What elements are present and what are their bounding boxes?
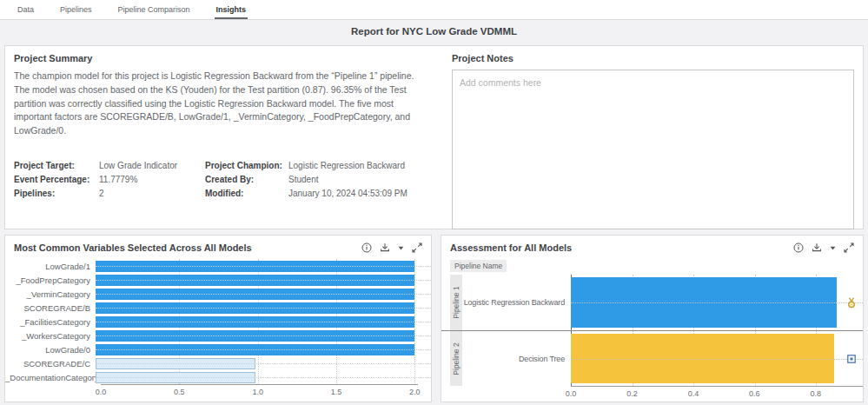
model-marker-icon bbox=[840, 331, 863, 386]
download-icon[interactable] bbox=[812, 242, 822, 253]
notes-input[interactable] bbox=[452, 70, 854, 229]
info-icon[interactable] bbox=[793, 242, 804, 253]
bar-track bbox=[96, 344, 418, 355]
x-tick-label: 0.2 bbox=[626, 389, 638, 398]
bar-track bbox=[96, 275, 418, 286]
variables-bar-row: _FoodPrepCategory bbox=[5, 273, 431, 287]
variables-chart-plot: LowGrade/1_FoodPrepCategory_VerminCatego… bbox=[5, 259, 431, 384]
expand-icon[interactable] bbox=[844, 242, 854, 253]
detail-label: Project Champion: bbox=[205, 161, 288, 170]
variables-bar-row: _FacilitiesCategory bbox=[5, 315, 431, 329]
detail-value: 2 bbox=[99, 189, 205, 198]
row-gridline bbox=[96, 308, 431, 309]
variables-chart-rows: LowGrade/1_FoodPrepCategory_VerminCatego… bbox=[5, 259, 431, 384]
detail-value: Low Grade Indicator bbox=[99, 161, 205, 170]
detail-value: Logistic Regression Backward bbox=[288, 161, 441, 170]
variables-bar-row: SCOREGRADE/C bbox=[5, 356, 431, 370]
assessment-chart-plot: Pipeline 1Logistic Regression BackwardPi… bbox=[441, 275, 863, 386]
champion-medal-icon bbox=[840, 275, 863, 330]
variables-bar-row: LowGrade/0 bbox=[5, 342, 431, 356]
x-tick-label: 2.0 bbox=[409, 388, 421, 396]
bar-track bbox=[96, 316, 418, 328]
row-gridline bbox=[96, 280, 431, 281]
assessment-row: Pipeline 2Decision Tree bbox=[441, 330, 863, 386]
category-label: _VerminCategory bbox=[5, 289, 96, 299]
expand-icon[interactable] bbox=[412, 242, 422, 253]
x-tick-label: 1.0 bbox=[252, 388, 263, 396]
row-gridline bbox=[571, 359, 863, 360]
variables-bar-row: _VerminCategory bbox=[5, 287, 431, 301]
project-notes-heading: Project Notes bbox=[452, 53, 854, 63]
report-title-bar: Report for NYC Low Grade VDMML bbox=[0, 20, 868, 43]
download-icon[interactable] bbox=[380, 242, 390, 253]
bar-track bbox=[96, 372, 418, 383]
variables-chart-toolbar bbox=[361, 242, 422, 253]
x-tick-label: 0.6 bbox=[749, 389, 760, 398]
content-area: Project Summary The champion model for t… bbox=[0, 43, 868, 402]
tab-data[interactable]: Data bbox=[16, 1, 36, 19]
bar-track bbox=[96, 302, 418, 314]
row-gridline bbox=[96, 377, 431, 378]
charts-row: Most Common Variables Selected Across Al… bbox=[4, 235, 864, 402]
pipeline-group-strip: Pipeline 1 bbox=[450, 275, 462, 330]
page-title: Report for NYC Low Grade VDMML bbox=[351, 26, 517, 37]
row-gridline bbox=[96, 266, 431, 267]
assessment-chart-rows: Pipeline 1Logistic Regression BackwardPi… bbox=[441, 275, 863, 386]
variables-chart-title: Most Common Variables Selected Across Al… bbox=[14, 242, 252, 253]
bar-track bbox=[96, 358, 418, 369]
variables-chart-panel: Most Common Variables Selected Across Al… bbox=[4, 235, 432, 402]
model-label: Decision Tree bbox=[462, 331, 571, 386]
row-gridline bbox=[96, 322, 431, 322]
category-label: _FoodPrepCategory bbox=[5, 276, 96, 285]
project-overview-card: Project Summary The champion model for t… bbox=[4, 45, 864, 229]
variables-chart-header: Most Common Variables Selected Across Al… bbox=[5, 236, 431, 256]
x-tick-label: 0.0 bbox=[566, 389, 577, 398]
category-label: _FacilitiesCategory bbox=[5, 317, 96, 327]
project-notes-section: Project Notes bbox=[441, 53, 854, 222]
x-tick-label: 0.4 bbox=[688, 389, 699, 398]
detail-value: 11.7779% bbox=[99, 175, 205, 184]
pipeline-group-label: Pipeline 2 bbox=[452, 342, 461, 375]
category-label: LowGrade/1 bbox=[5, 262, 96, 271]
bar-track bbox=[96, 289, 418, 300]
detail-label: Created By: bbox=[205, 175, 288, 184]
row-gridline bbox=[96, 294, 431, 295]
row-gridline bbox=[571, 302, 863, 303]
model-label: Logistic Regression Backward bbox=[462, 275, 571, 330]
detail-value: Student bbox=[288, 175, 441, 184]
top-tab-bar: DataPipelinesPipeline ComparisonInsights bbox=[0, 0, 868, 20]
detail-label: Modified: bbox=[205, 189, 288, 198]
pipeline-name-header: Pipeline Name bbox=[450, 260, 507, 272]
bar-track bbox=[96, 261, 418, 272]
assessment-row: Pipeline 1Logistic Regression Backward bbox=[441, 275, 863, 330]
category-label: _WorkersCategory bbox=[5, 331, 96, 341]
tab-pipeline-comparison[interactable]: Pipeline Comparison bbox=[116, 1, 192, 19]
project-summary-section: Project Summary The champion model for t… bbox=[14, 53, 441, 222]
variables-bar-row: SCOREGRADE/B bbox=[5, 301, 431, 315]
variables-bar-row: _DocumentationCategory bbox=[5, 370, 431, 384]
project-details-grid: Project Target:Low Grade IndicatorProjec… bbox=[14, 161, 441, 198]
download-caret-icon[interactable] bbox=[830, 246, 836, 250]
detail-label: Pipelines: bbox=[14, 189, 99, 198]
assessment-chart-toolbar bbox=[793, 242, 854, 253]
row-gridline bbox=[96, 349, 431, 350]
tab-pipelines[interactable]: Pipelines bbox=[58, 1, 94, 19]
assessment-chart-panel: Assessment for All Models Pip bbox=[441, 235, 864, 402]
project-summary-heading: Project Summary bbox=[14, 53, 441, 63]
pipeline-group-label: Pipeline 1 bbox=[452, 286, 461, 318]
x-tick-label: 0.0 bbox=[96, 388, 107, 396]
info-icon[interactable] bbox=[361, 242, 372, 253]
download-caret-icon[interactable] bbox=[398, 246, 404, 250]
assessment-chart-header: Assessment for All Models bbox=[441, 236, 863, 256]
x-tick-label: 0.8 bbox=[811, 389, 822, 398]
variables-chart-xaxis: 0.00.51.01.52.0 bbox=[101, 384, 418, 398]
detail-label: Project Target: bbox=[14, 161, 99, 170]
tab-insights[interactable]: Insights bbox=[215, 1, 248, 19]
assessment-chart-xaxis: 0.00.20.40.60.8 bbox=[571, 386, 863, 400]
row-gridline bbox=[96, 363, 431, 364]
assessment-chart-xaxis-ticks: 0.00.20.40.60.8 bbox=[571, 387, 840, 400]
variables-chart-xaxis-ticks: 0.00.51.01.52.0 bbox=[101, 385, 418, 398]
project-summary-text: The champion model for this project is L… bbox=[14, 70, 431, 138]
category-label: _DocumentationCategory bbox=[5, 373, 96, 382]
row-gridline bbox=[96, 335, 431, 336]
